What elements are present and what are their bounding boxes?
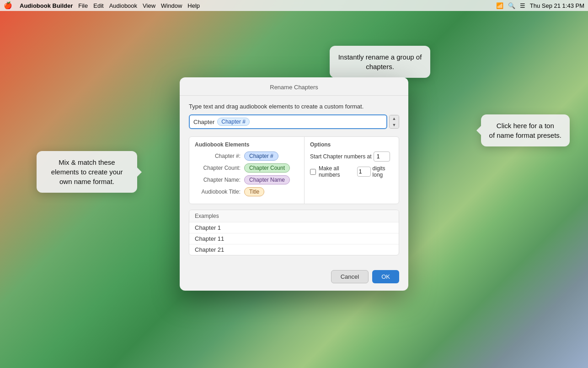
element-row-audiobook-title: Audiobook Title: Title: [195, 187, 299, 196]
element-label-chapter-count: Chapter Count:: [195, 165, 241, 171]
format-stepper[interactable]: ▲ ▼: [389, 115, 399, 129]
start-chapter-label: Start Chapter numbers at: [310, 153, 372, 160]
make-all-numbers-row: Make all numbers digits long: [310, 165, 393, 178]
dialog-footer: Cancel OK: [180, 265, 408, 291]
clock: Thu Sep 21 1:43 PM: [530, 2, 584, 9]
element-token-audiobook-title[interactable]: Title: [244, 187, 264, 196]
control-center-icon[interactable]: ☰: [520, 2, 525, 9]
ok-button[interactable]: OK: [372, 270, 399, 283]
rename-chapters-dialog: Rename Chapters Type text and drag audio…: [180, 77, 408, 291]
examples-section: Examples Chapter 1 Chapter 11 Chapter 21: [189, 210, 399, 255]
elements-heading: Audiobook Elements: [195, 141, 299, 148]
app-name[interactable]: Audiobook Builder: [20, 2, 73, 9]
make-all-label: Make all numbers: [319, 165, 355, 178]
digits-input[interactable]: [357, 167, 371, 177]
menu-window[interactable]: Window: [161, 2, 182, 9]
element-label-chapter-name: Chapter Name:: [195, 177, 241, 183]
menu-help[interactable]: Help: [187, 2, 200, 9]
wifi-icon: 📶: [496, 2, 503, 9]
dialog-body: Type text and drag audiobook elements to…: [180, 96, 408, 265]
examples-header: Examples: [189, 210, 399, 222]
menu-view[interactable]: View: [143, 2, 155, 9]
format-text-prefix: Chapter: [193, 119, 214, 125]
example-item-2: Chapter 11: [189, 233, 399, 244]
menu-file[interactable]: File: [78, 2, 88, 9]
element-row-chapter-count: Chapter Count: Chapter Count: [195, 163, 299, 173]
stepper-up[interactable]: ▲: [390, 115, 399, 122]
elements-panel: Audiobook Elements Chapter #: Chapter # …: [189, 137, 305, 204]
format-input-row: Chapter Chapter # ▲ ▼: [189, 114, 399, 129]
element-token-chapter-count[interactable]: Chapter Count: [244, 163, 290, 173]
apple-menu[interactable]: 🍎: [4, 1, 12, 10]
element-row-chapter-name: Chapter Name: Chapter Name: [195, 175, 299, 184]
options-panel: Options Start Chapter numbers at Make al…: [305, 137, 399, 204]
options-heading: Options: [310, 141, 393, 148]
menubar: 🍎 Audiobook Builder File Edit Audiobook …: [0, 0, 588, 11]
element-token-chapter-name[interactable]: Chapter Name: [244, 175, 290, 184]
make-all-numbers-checkbox[interactable]: [310, 169, 316, 175]
dialog-instruction: Type text and drag audiobook elements to…: [189, 103, 399, 110]
element-token-chapter-hash[interactable]: Chapter #: [244, 152, 278, 161]
cancel-button[interactable]: Cancel: [331, 270, 369, 283]
dialog-title: Rename Chapters: [180, 77, 408, 96]
content-columns: Audiobook Elements Chapter #: Chapter # …: [189, 136, 399, 204]
format-token-chapter-hash[interactable]: Chapter #: [217, 118, 250, 126]
example-item-1: Chapter 1: [189, 222, 399, 233]
example-item-3: Chapter 21: [189, 244, 399, 255]
element-label-chapter-hash: Chapter #:: [195, 153, 241, 159]
dialog-overlay: Rename Chapters Type text and drag audio…: [0, 0, 588, 368]
stepper-down[interactable]: ▼: [390, 122, 399, 128]
element-row-chapter-hash: Chapter #: Chapter #: [195, 152, 299, 161]
element-label-audiobook-title: Audiobook Title:: [195, 189, 241, 195]
menu-edit[interactable]: Edit: [93, 2, 103, 9]
start-chapter-input[interactable]: [374, 152, 390, 162]
menu-audiobook[interactable]: Audiobook: [109, 2, 137, 9]
format-input-container[interactable]: Chapter Chapter #: [189, 114, 387, 129]
digits-label: digits long: [373, 165, 393, 178]
start-chapter-row: Start Chapter numbers at: [310, 152, 393, 162]
search-icon[interactable]: 🔍: [508, 2, 515, 9]
